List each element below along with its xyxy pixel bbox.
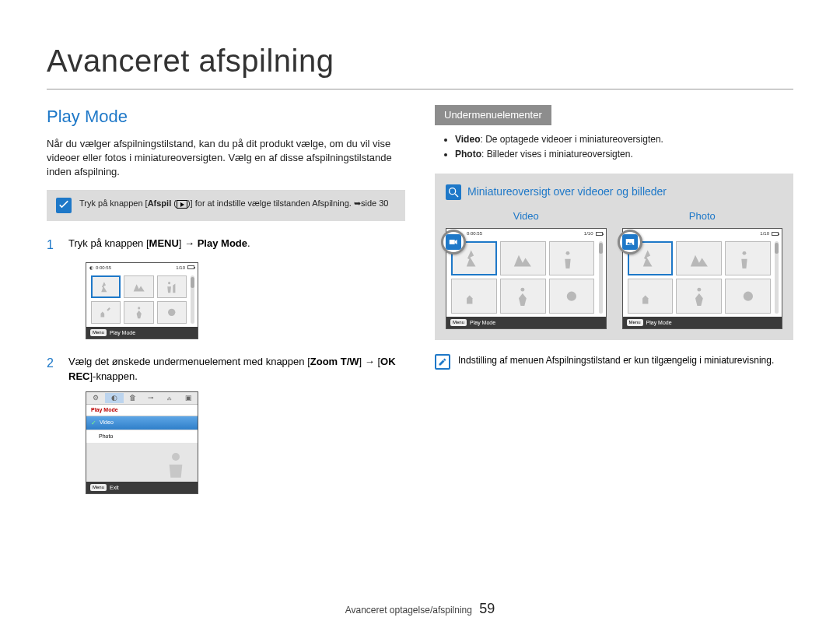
page-footer: Avanceret optagelse/afspilning 59 bbox=[47, 584, 793, 619]
svg-point-13 bbox=[743, 291, 752, 300]
thumbnail[interactable] bbox=[124, 301, 153, 324]
preview-label: Photo bbox=[622, 209, 783, 223]
note: Indstilling af menuen Afspilningstilstan… bbox=[435, 354, 793, 370]
scrollbar[interactable] bbox=[191, 275, 194, 323]
screenshot-menu: ⚙ ◐ 🗑 ⊸ ஃ ▣ Play Mode ✓Video Photo MenuE… bbox=[86, 391, 198, 495]
title-divider bbox=[47, 89, 793, 89]
note-text: Indstilling af menuen Afspilningstilstan… bbox=[458, 354, 774, 367]
list-item: Video: De optagede videoer i miniatureov… bbox=[455, 133, 793, 146]
battery-icon bbox=[596, 232, 603, 236]
photo-mode-icon bbox=[622, 234, 638, 250]
left-column: Play Mode Når du vælger afspilningstilst… bbox=[47, 105, 405, 584]
svg-point-0 bbox=[168, 282, 170, 284]
pencil-note-icon bbox=[435, 354, 450, 370]
svg-point-3 bbox=[172, 453, 180, 461]
scrollbar[interactable] bbox=[775, 241, 779, 313]
preview-label: Video bbox=[446, 209, 607, 223]
thumbnail[interactable] bbox=[676, 279, 722, 313]
menu-tab[interactable]: ⊸ bbox=[142, 393, 160, 403]
menu-tab-active[interactable]: ◐ bbox=[105, 393, 124, 403]
svg-point-8 bbox=[521, 287, 525, 291]
thumbnail[interactable] bbox=[500, 241, 546, 275]
thumbnail[interactable] bbox=[91, 275, 121, 298]
screenshot-photo-grid: 1/10 bbox=[622, 228, 783, 329]
menu-item[interactable]: Photo bbox=[86, 430, 198, 443]
magnifier-icon bbox=[446, 184, 461, 200]
thumbnail[interactable] bbox=[549, 241, 595, 275]
preview-photo: Photo 1/10 bbox=[622, 209, 783, 330]
screenshot-video-grid: 0:00:55 1/10 bbox=[446, 228, 607, 329]
page-title: Avanceret afspilning bbox=[47, 39, 793, 82]
menu-tab[interactable]: ஃ bbox=[160, 393, 179, 403]
thumbnail[interactable] bbox=[725, 279, 771, 313]
step-1: 1 Tryk på knappen [MENU] → Play Mode. bbox=[47, 237, 405, 254]
thumbnail[interactable] bbox=[157, 275, 187, 298]
svg-rect-6 bbox=[450, 240, 455, 244]
menu-button-label[interactable]: Menu bbox=[90, 484, 107, 490]
thumbnail[interactable] bbox=[124, 275, 153, 298]
step-2: 2 Vælg det ønskede undermenuelement med … bbox=[47, 355, 405, 383]
svg-point-9 bbox=[567, 291, 576, 300]
submenu-heading: Undermenuelementer bbox=[435, 105, 551, 125]
svg-point-2 bbox=[168, 309, 175, 316]
svg-point-4 bbox=[450, 188, 456, 194]
thumbnail[interactable] bbox=[91, 301, 121, 324]
preview-video: Video 0:00:55 1/10 bbox=[446, 209, 607, 330]
mode-badge-photo bbox=[618, 230, 642, 254]
preview-callout: Miniatureoversigt over videoer og billed… bbox=[435, 174, 793, 341]
manual-page: Avanceret afspilning Play Mode Når du væ… bbox=[0, 0, 840, 642]
video-mode-icon bbox=[446, 234, 461, 250]
svg-point-7 bbox=[566, 251, 570, 255]
submenu-bullet-list: Video: De optagede videoer i miniatureov… bbox=[435, 133, 793, 161]
menu-tab[interactable]: ⚙ bbox=[86, 393, 105, 403]
battery-icon bbox=[187, 265, 194, 269]
play-icon bbox=[177, 200, 187, 209]
step-body: Vælg det ønskede undermenuelement med kn… bbox=[68, 355, 405, 383]
mode-badge-video bbox=[441, 230, 466, 254]
menu-button-label[interactable]: Menu bbox=[450, 319, 467, 325]
thumbnail[interactable] bbox=[725, 241, 771, 275]
preview-heading: Miniatureoversigt over videoer og billed… bbox=[446, 184, 782, 200]
step-number: 1 bbox=[47, 237, 58, 254]
check-icon: ✓ bbox=[91, 419, 96, 427]
svg-point-12 bbox=[697, 287, 701, 291]
tip-text: Tryk på knappen [Afspil ()] for at indst… bbox=[79, 198, 388, 209]
right-column: Undermenuelementer Video: De optagede vi… bbox=[435, 105, 793, 584]
svg-point-11 bbox=[742, 251, 746, 255]
thumbnail[interactable] bbox=[628, 279, 674, 313]
two-column-layout: Play Mode Når du vælger afspilningstilst… bbox=[47, 105, 793, 584]
breadcrumb: Avanceret optagelse/afspilning bbox=[345, 605, 472, 616]
thumbnail[interactable] bbox=[549, 279, 595, 313]
menu-button-label[interactable]: Menu bbox=[90, 329, 107, 335]
menu-tab[interactable]: ▣ bbox=[179, 393, 198, 403]
menu-heading: Play Mode bbox=[86, 405, 198, 416]
screenshot-thumbnail-grid: ◐0:00:55 1/10 MenuPlay Mode bbox=[86, 262, 198, 340]
intro-paragraph: Når du vælger afspilningstilstand, kan d… bbox=[47, 137, 405, 180]
menu-item-selected[interactable]: ✓Video bbox=[86, 416, 198, 430]
scrollbar[interactable] bbox=[599, 241, 603, 313]
check-icon bbox=[56, 198, 72, 213]
list-item: Photo: Billeder vises i miniatureoversig… bbox=[455, 148, 793, 161]
thumbnail[interactable] bbox=[157, 301, 187, 324]
svg-point-1 bbox=[138, 307, 140, 309]
svg-line-5 bbox=[455, 194, 458, 197]
tip-callout: Tryk på knappen [Afspil ()] for at indst… bbox=[47, 190, 405, 221]
thumbnail[interactable] bbox=[500, 279, 546, 313]
step-body: Tryk på knappen [MENU] → Play Mode. bbox=[68, 237, 405, 254]
mode-circle-icon: ◐ bbox=[89, 265, 93, 271]
section-heading: Play Mode bbox=[47, 105, 405, 129]
step-number: 2 bbox=[47, 355, 58, 383]
thumbnail[interactable] bbox=[451, 279, 497, 313]
page-number: 59 bbox=[479, 601, 495, 616]
menu-tab[interactable]: 🗑 bbox=[124, 393, 142, 403]
battery-icon bbox=[772, 232, 779, 236]
menu-button-label[interactable]: Menu bbox=[627, 319, 643, 325]
thumbnail[interactable] bbox=[676, 241, 722, 275]
